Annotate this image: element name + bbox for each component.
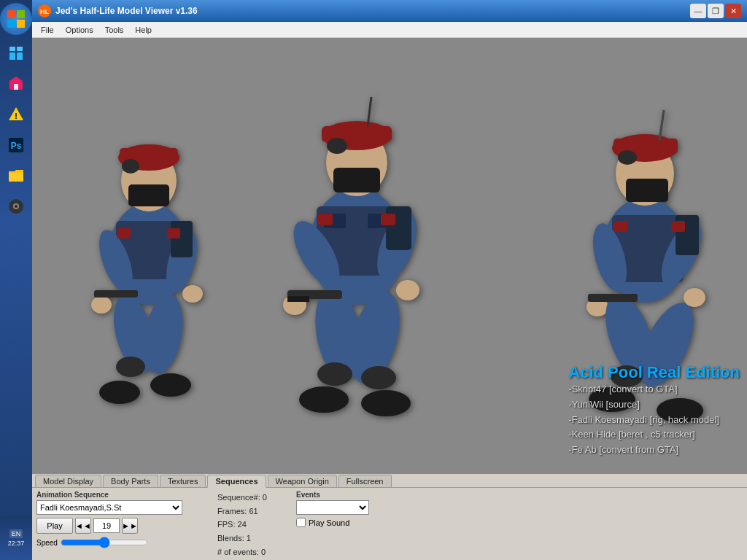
play-sound-row: Play Sound bbox=[296, 518, 384, 527]
events-dropdown[interactable] bbox=[296, 500, 369, 515]
tab-model-display[interactable]: Model Display bbox=[35, 475, 101, 487]
credit-line-3: -Fadli Koesmayadi [rig, hack model] bbox=[568, 413, 740, 428]
svg-point-38 bbox=[116, 357, 145, 377]
svg-rect-6 bbox=[9, 52, 15, 60]
svg-point-34 bbox=[99, 381, 140, 404]
frames-row: Frames: 61 bbox=[217, 505, 290, 518]
events-count-value: 0 bbox=[261, 548, 266, 556]
menu-tools[interactable]: Tools bbox=[99, 24, 130, 36]
play-sound-checkbox[interactable] bbox=[296, 518, 306, 527]
model-title: Acid Pool Real Edition bbox=[568, 363, 740, 382]
panel-content: Animation Sequence Fadli Koesmayadi,S.St… bbox=[32, 488, 747, 560]
frame-input[interactable] bbox=[93, 518, 120, 533]
app-icon: HL bbox=[38, 4, 51, 18]
svg-text:HL: HL bbox=[40, 8, 49, 15]
svg-point-35 bbox=[150, 373, 191, 397]
svg-point-18 bbox=[15, 205, 18, 208]
control-panel: Model Display Body Parts Textures Sequen… bbox=[32, 472, 747, 560]
taskbar-icon-media[interactable] bbox=[3, 193, 29, 219]
svg-rect-39 bbox=[117, 228, 131, 238]
credit-line-4: -Keen Hide [beret , c5 tracker] bbox=[568, 427, 740, 443]
svg-text:Ps: Ps bbox=[11, 141, 22, 151]
taskbar-left: Ps EN 22:37 bbox=[0, 0, 32, 560]
taskbar-icon-2[interactable] bbox=[3, 71, 29, 97]
tab-fullscreen[interactable]: Fullscreen bbox=[338, 475, 392, 487]
play-sound-label: Play Sound bbox=[309, 518, 349, 527]
menu-options[interactable]: Options bbox=[60, 24, 99, 36]
animation-section-label: Animation Sequence bbox=[36, 491, 212, 499]
svg-rect-0 bbox=[7, 10, 15, 18]
title-bar-text: Jed's Half-Life Model Viewer v1.36 bbox=[55, 6, 686, 16]
taskbar-bottom: EN 22:37 bbox=[0, 516, 32, 560]
svg-point-70 bbox=[618, 150, 637, 165]
fps-row: FPS: 24 bbox=[217, 518, 290, 532]
taskbar-icon-folder[interactable] bbox=[3, 163, 29, 189]
viewport: Acid Pool Real Edition -Skript47 [conver… bbox=[32, 38, 747, 472]
credit-line-5: -Fe Ab [convert from GTA] bbox=[568, 443, 740, 458]
svg-line-47 bbox=[368, 97, 371, 126]
prev-frame-button[interactable]: ◄◄ bbox=[75, 518, 91, 534]
soldier-center bbox=[273, 86, 441, 465]
events-section-label: Events bbox=[296, 491, 384, 499]
language-indicator: EN bbox=[9, 529, 23, 538]
svg-rect-7 bbox=[17, 52, 23, 60]
start-button[interactable] bbox=[0, 3, 32, 35]
menu-file[interactable]: File bbox=[35, 24, 60, 36]
tab-body-parts[interactable]: Body Parts bbox=[103, 475, 158, 487]
next-frame-button[interactable]: ►► bbox=[122, 518, 138, 534]
svg-point-31 bbox=[182, 285, 203, 303]
seq-num-row: Sequence#: 0 bbox=[217, 491, 290, 505]
frames-label: Frames: bbox=[217, 507, 247, 516]
svg-rect-12 bbox=[15, 113, 17, 117]
play-controls: Play ◄◄ ►► bbox=[36, 518, 212, 534]
credits-text: -Skript47 [convert to GTA] -YuniWii [sou… bbox=[568, 382, 740, 458]
svg-rect-25 bbox=[128, 184, 169, 206]
svg-rect-46 bbox=[333, 168, 380, 192]
svg-point-30 bbox=[91, 296, 112, 314]
svg-point-62 bbox=[317, 362, 352, 386]
svg-point-57 bbox=[299, 386, 349, 413]
app-window: HL Jed's Half-Life Model Viewer v1.36 — … bbox=[32, 0, 747, 560]
clock: 22:37 bbox=[8, 540, 25, 547]
tab-sequences[interactable]: Sequences bbox=[207, 475, 266, 488]
svg-rect-1 bbox=[17, 10, 25, 18]
seq-num-value: 0 bbox=[263, 493, 267, 502]
minimize-button[interactable]: — bbox=[690, 4, 706, 18]
close-button[interactable]: ✕ bbox=[725, 4, 741, 18]
svg-rect-61 bbox=[287, 296, 309, 302]
blends-row: Blends: 1 bbox=[217, 532, 290, 545]
blends-label: Blends: bbox=[217, 534, 244, 542]
svg-rect-59 bbox=[386, 206, 411, 250]
viewport-overlay: Acid Pool Real Edition -Skript47 [conver… bbox=[568, 363, 740, 458]
play-button[interactable]: Play bbox=[36, 518, 73, 534]
maximize-button[interactable]: ❐ bbox=[708, 4, 724, 18]
speed-label: Speed bbox=[36, 539, 58, 547]
frames-value: 61 bbox=[249, 507, 258, 516]
svg-rect-10 bbox=[14, 84, 18, 90]
taskbar-icon-3[interactable] bbox=[3, 101, 29, 128]
svg-rect-72 bbox=[626, 179, 668, 202]
svg-rect-83 bbox=[588, 294, 638, 302]
menu-help[interactable]: Help bbox=[129, 24, 158, 36]
svg-rect-4 bbox=[9, 47, 15, 51]
svg-point-58 bbox=[361, 390, 411, 416]
speed-row: Speed bbox=[36, 537, 212, 548]
seq-num-label: Sequence#: bbox=[217, 493, 260, 502]
svg-rect-65 bbox=[381, 214, 395, 225]
tab-textures[interactable]: Textures bbox=[160, 475, 206, 487]
svg-point-45 bbox=[327, 138, 347, 154]
svg-rect-5 bbox=[17, 47, 23, 51]
events-count-label: # of events: bbox=[217, 548, 259, 556]
svg-point-54 bbox=[396, 280, 419, 300]
animation-dropdown[interactable]: Fadli Koesmayadi,S.St bbox=[36, 500, 182, 515]
fps-label: FPS: bbox=[217, 520, 235, 529]
svg-rect-85 bbox=[614, 221, 627, 232]
animation-section: Animation Sequence Fadli Koesmayadi,S.St… bbox=[36, 491, 212, 559]
taskbar-icon-ps[interactable]: Ps bbox=[3, 132, 29, 158]
svg-rect-36 bbox=[171, 221, 193, 257]
taskbar-icon-1[interactable] bbox=[3, 40, 29, 66]
speed-slider[interactable] bbox=[61, 537, 148, 548]
svg-point-26 bbox=[122, 159, 139, 174]
svg-rect-86 bbox=[671, 221, 685, 232]
tab-weapon-origin[interactable]: Weapon Origin bbox=[268, 475, 337, 487]
